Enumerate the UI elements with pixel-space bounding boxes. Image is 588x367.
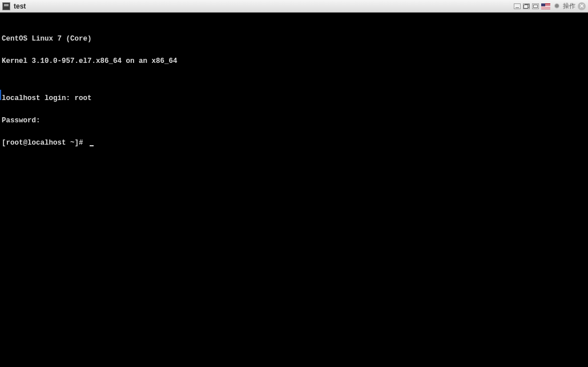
window-titlebar: test ✹ 操作 ✕ — [0, 0, 588, 13]
shell-prompt: [root@localhost ~]# — [2, 139, 87, 147]
terminal-line-password: Password: — [2, 117, 178, 125]
terminal-content: CentOS Linux 7 (Core) Kernel 3.10.0-957.… — [2, 21, 178, 162]
terminal-line-prompt: [root@localhost ~]# — [2, 139, 178, 147]
terminal-line-login: localhost login: root — [2, 95, 178, 102]
terminal-line-kernel: Kernel 3.10.0-957.el7.x86_64 on an x86_6… — [2, 58, 178, 65]
us-flag-icon[interactable] — [541, 3, 550, 9]
side-indicator — [0, 90, 1, 100]
close-button[interactable]: ✕ — [578, 2, 586, 10]
terminal-line-os: CentOS Linux 7 (Core) — [2, 35, 178, 43]
titlebar-right: ✹ 操作 ✕ — [514, 2, 586, 10]
titlebar-left: test — [2, 2, 26, 10]
terminal-viewport[interactable]: CentOS Linux 7 (Core) Kernel 3.10.0-957.… — [0, 13, 588, 367]
login-prompt: localhost login: — [2, 94, 75, 102]
actions-menu-label[interactable]: 操作 — [563, 2, 575, 10]
cursor-icon — [90, 145, 94, 146]
minimize-button[interactable] — [514, 3, 521, 9]
maximize-button[interactable] — [532, 3, 539, 9]
gear-icon[interactable]: ✹ — [553, 2, 561, 10]
window-title: test — [14, 2, 26, 10]
login-value: root — [75, 94, 92, 102]
restore-button[interactable] — [523, 3, 530, 9]
app-icon — [2, 2, 10, 10]
